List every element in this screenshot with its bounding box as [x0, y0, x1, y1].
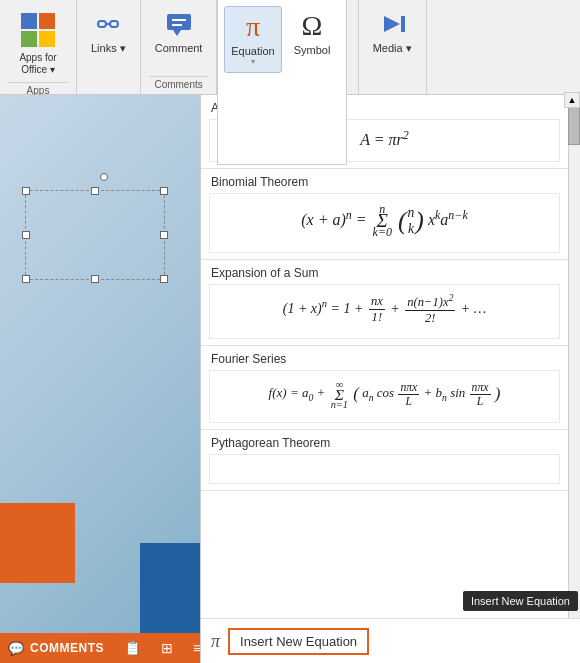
- equations-footer: Insert New Equation π Insert New Equatio…: [201, 618, 580, 663]
- links-label: Links ▾: [91, 42, 126, 55]
- equation-tab-button[interactable]: π Equation ▾: [224, 6, 282, 73]
- comments-group: Comment Comments: [141, 0, 218, 94]
- equation-formula-expansion[interactable]: (1 + x)n = 1 + nx 1! + n(n−1)x2 2! + …: [209, 284, 560, 339]
- equations-list: Area of Circle A = πr2 Binomial Theorem …: [201, 95, 580, 618]
- handle-left-mid[interactable]: [22, 231, 30, 239]
- insert-new-equation-tooltip: Insert New Equation: [463, 591, 578, 611]
- comment-icon: [163, 8, 195, 40]
- footer-pi-symbol: π: [211, 631, 220, 652]
- media-button[interactable]: Media ▾: [367, 4, 418, 59]
- comment-button[interactable]: Comment: [149, 4, 209, 58]
- handle-top-right[interactable]: [160, 187, 168, 195]
- handle-bottom-left[interactable]: [22, 275, 30, 283]
- formula-text: (x + a)n = n Σ k=0 ( n k ): [301, 211, 468, 228]
- formula-text: f(x) = a0 + ∞ Σ n=1 ( an cos nπx L + bn …: [269, 385, 501, 400]
- equation-title-fourier: Fourier Series: [201, 346, 568, 370]
- ribbon: Apps forOffice ▾ Apps Links ▾: [0, 0, 580, 95]
- handle-right-mid[interactable]: [160, 231, 168, 239]
- equation-title-expansion: Expansion of a Sum: [201, 260, 568, 284]
- comments-icon: 💬: [8, 641, 24, 656]
- slide-orange-block: [0, 503, 75, 583]
- collapse-ribbon-button[interactable]: ▲: [564, 92, 580, 108]
- equation-formula-pythagorean[interactable]: [209, 454, 560, 484]
- equation-icon: π: [246, 13, 260, 41]
- svg-rect-3: [167, 14, 191, 30]
- list-item: Pythagorean Theorem: [201, 430, 568, 491]
- apps-office-button[interactable]: Apps forOffice ▾: [8, 4, 68, 82]
- slide-preview: 💬 COMMENTS 📋 ⊞ ≡: [0, 95, 200, 663]
- formula-text: (1 + x)n = 1 + nx 1! + n(n−1)x2 2! + …: [283, 301, 487, 316]
- media-label: Media ▾: [373, 42, 412, 55]
- equation-title-pythagorean: Pythagorean Theorem: [201, 430, 568, 454]
- equation-formula-binomial[interactable]: (x + a)n = n Σ k=0 ( n k ): [209, 193, 560, 252]
- main-area: 💬 COMMENTS 📋 ⊞ ≡ Area of Circle A = πr2 …: [0, 95, 580, 663]
- equations-panel: Area of Circle A = πr2 Binomial Theorem …: [200, 95, 580, 663]
- status-bar: 💬 COMMENTS 📋 ⊞ ≡: [0, 633, 200, 663]
- media-group: Media ▾: [359, 0, 427, 94]
- media-icon: [376, 8, 408, 40]
- list-item: Binomial Theorem (x + a)n = n Σ k=0 ( n: [201, 169, 568, 259]
- symbol-icon: Ω: [302, 12, 323, 40]
- apps-group: Apps forOffice ▾ Apps: [0, 0, 77, 94]
- links-button[interactable]: Links ▾: [85, 4, 132, 59]
- equation-symbol-tabs: π Equation ▾ Ω Symbol: [224, 6, 340, 73]
- svg-marker-4: [173, 30, 181, 36]
- equation-title-binomial: Binomial Theorem: [201, 169, 568, 193]
- links-group: Links ▾: [77, 0, 141, 94]
- links-icon: [92, 8, 124, 40]
- selection-box: [25, 190, 165, 280]
- notes-icon: 📋: [124, 640, 141, 656]
- equation-formula-fourier[interactable]: f(x) = a0 + ∞ Σ n=1 ( an cos nπx L + bn …: [209, 370, 560, 423]
- symbol-tab-button[interactable]: Ω Symbol: [284, 6, 340, 73]
- handle-bottom-mid[interactable]: [91, 275, 99, 283]
- list-item: Expansion of a Sum (1 + x)n = 1 + nx 1! …: [201, 260, 568, 346]
- svg-marker-7: [384, 16, 400, 32]
- comment-label: Comment: [155, 42, 203, 54]
- symbol-tab-label: Symbol: [294, 44, 331, 56]
- apps-office-icon: [18, 10, 58, 50]
- svg-rect-8: [401, 16, 405, 32]
- apps-office-label: Apps forOffice ▾: [19, 52, 56, 76]
- slide-background: [0, 95, 200, 663]
- handle-top-mid[interactable]: [91, 187, 99, 195]
- handle-top-left[interactable]: [22, 187, 30, 195]
- equations-scrollbar[interactable]: [568, 95, 580, 663]
- rotate-handle[interactable]: [100, 173, 108, 181]
- handle-bottom-right[interactable]: [160, 275, 168, 283]
- comments-group-label: Comments: [149, 76, 209, 90]
- svg-rect-0: [98, 21, 106, 27]
- menu-icon: ≡: [193, 640, 200, 656]
- formula-text: A = πr2: [360, 131, 409, 148]
- insert-new-equation-button[interactable]: Insert New Equation: [228, 628, 369, 655]
- comments-label[interactable]: COMMENTS: [30, 641, 104, 655]
- list-item: Fourier Series f(x) = a0 + ∞ Σ n=1 ( an …: [201, 346, 568, 430]
- equation-tab-panel: π Equation ▾ Ω Symbol: [217, 0, 347, 165]
- svg-rect-1: [110, 21, 118, 27]
- apps-group-label: Apps: [8, 82, 68, 96]
- equation-tab-label: Equation: [231, 45, 274, 57]
- grid-icon: ⊞: [161, 640, 173, 656]
